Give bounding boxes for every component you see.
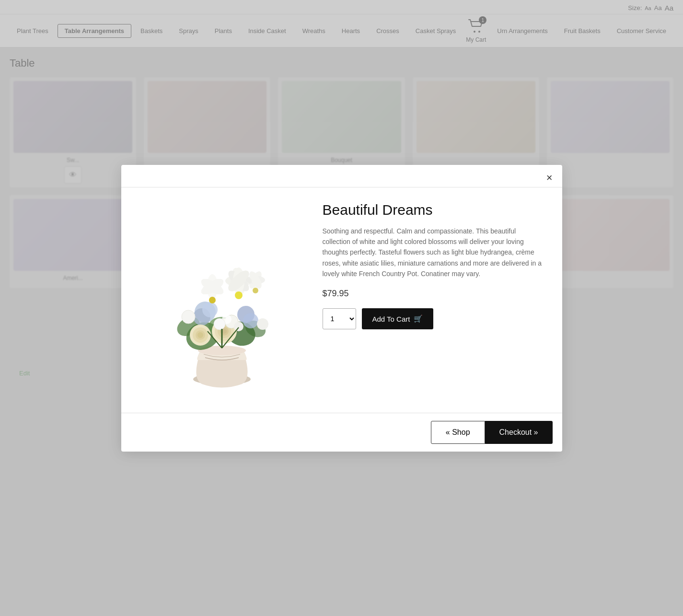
- svg-point-11: [202, 302, 218, 317]
- shop-button[interactable]: « Shop: [431, 421, 485, 444]
- modal-details: Beautiful Dreams Soothing and respectful…: [323, 197, 543, 330]
- quantity-select[interactable]: 1 2 3 4 5: [323, 308, 356, 329]
- product-modal: ×: [121, 165, 562, 452]
- add-to-cart-row: 1 2 3 4 5 Add To Cart 🛒: [323, 308, 543, 329]
- svg-point-20: [235, 291, 243, 299]
- add-to-cart-button[interactable]: Add To Cart 🛒: [362, 308, 434, 329]
- svg-point-27: [209, 297, 216, 303]
- modal-overlay: ×: [0, 0, 683, 616]
- flower-svg: [150, 202, 294, 394]
- product-image-large: [145, 197, 299, 398]
- svg-point-46: [257, 318, 268, 330]
- modal-footer: « Shop Checkout »: [121, 413, 562, 452]
- svg-point-40: [197, 332, 203, 338]
- add-to-cart-label: Add To Cart: [372, 315, 410, 323]
- svg-point-44: [234, 322, 243, 331]
- product-description: Soothing and respectful. Calm and compas…: [323, 226, 543, 279]
- checkout-button[interactable]: Checkout »: [485, 421, 553, 444]
- svg-point-13: [243, 313, 258, 328]
- modal-image-area: [140, 197, 303, 398]
- modal-body: Beautiful Dreams Soothing and respectful…: [121, 192, 562, 413]
- modal-close-row: ×: [121, 165, 562, 187]
- modal-close-button[interactable]: ×: [546, 173, 553, 183]
- product-price: $79.95: [323, 289, 543, 299]
- cart-btn-icon: 🛒: [414, 314, 423, 323]
- svg-point-31: [253, 288, 258, 293]
- product-title: Beautiful Dreams: [323, 202, 543, 218]
- svg-point-45: [182, 310, 195, 324]
- svg-point-43: [214, 318, 225, 330]
